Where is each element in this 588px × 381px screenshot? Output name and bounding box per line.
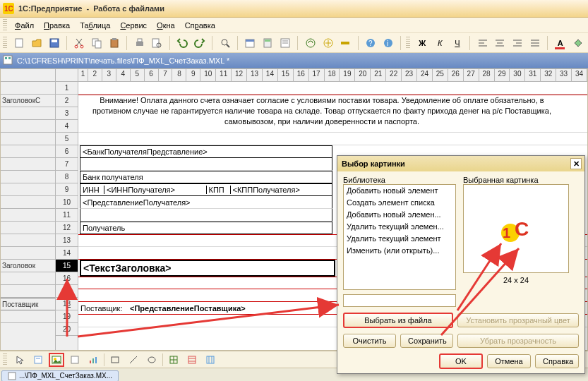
row-5[interactable]: 5: [56, 133, 78, 145]
choose-file-button[interactable]: Выбрать из файла: [343, 313, 453, 328]
row-10[interactable]: 10: [56, 196, 78, 209]
col-21[interactable]: 21: [371, 69, 386, 81]
underline-icon[interactable]: Ч: [450, 35, 465, 51]
menu-file[interactable]: Файл: [11, 20, 38, 31]
row-9[interactable]: 9: [56, 183, 78, 196]
menu-service[interactable]: Сервис: [116, 20, 151, 31]
col-24[interactable]: 24: [417, 69, 433, 81]
ok-button[interactable]: OK: [439, 353, 483, 369]
cancel-button[interactable]: Отмена: [487, 354, 531, 368]
row-1[interactable]: 1: [56, 82, 78, 95]
calendar-icon[interactable]: [243, 35, 258, 51]
col-13[interactable]: 13: [247, 69, 263, 81]
text-tool-icon[interactable]: [30, 353, 46, 367]
remove-transp-button[interactable]: Убрать прозрачность: [457, 334, 579, 348]
row-16[interactable]: 16: [56, 272, 78, 285]
clear-button[interactable]: Очистить: [343, 334, 396, 348]
col-2[interactable]: 2: [88, 69, 102, 81]
calc-icon[interactable]: [260, 35, 275, 51]
set-transparent-button[interactable]: Установить прозрачный цвет: [457, 313, 579, 327]
col-9[interactable]: 9: [186, 69, 200, 81]
col-31[interactable]: 31: [525, 69, 541, 81]
print-icon[interactable]: [132, 35, 147, 51]
object-tool-icon[interactable]: [67, 353, 83, 367]
paste-icon[interactable]: [107, 35, 122, 51]
list-item[interactable]: Добавить новый элемен...: [344, 209, 455, 221]
save-button[interactable]: Сохранить: [400, 334, 453, 348]
col-30[interactable]: 30: [510, 69, 525, 81]
font-color-icon[interactable]: А: [553, 35, 568, 51]
col-32[interactable]: 32: [541, 69, 556, 81]
row-17[interactable]: 17: [56, 285, 78, 298]
col-6[interactable]: 6: [145, 69, 159, 81]
row-20[interactable]: 20: [56, 323, 78, 336]
tasktab[interactable]: ...\ПФ_MXL_СчетЗаказ.MX...: [1, 370, 119, 382]
row-7[interactable]: 7: [56, 158, 78, 171]
col-25[interactable]: 25: [433, 69, 448, 81]
align-right-icon[interactable]: [510, 35, 525, 51]
link-icon[interactable]: [303, 35, 318, 51]
row-14[interactable]: 14: [56, 247, 78, 260]
chart-tool-icon[interactable]: [85, 353, 101, 367]
menu-windows[interactable]: Окна: [152, 20, 179, 31]
col-26[interactable]: 26: [448, 69, 464, 81]
row-18[interactable]: 18: [56, 298, 78, 310]
library-list[interactable]: Добавить новый элементСоздать элемент сп…: [343, 184, 456, 290]
col-10[interactable]: 10: [200, 69, 216, 81]
menu-edit[interactable]: Правка: [40, 20, 74, 31]
undo-icon[interactable]: [175, 35, 190, 51]
list-item[interactable]: Создать элемент списка: [344, 197, 455, 209]
search-input[interactable]: [343, 294, 456, 307]
col-3[interactable]: 3: [102, 69, 116, 81]
bold-icon[interactable]: Ж: [415, 35, 430, 51]
row-12[interactable]: 12: [56, 222, 78, 234]
menu-help[interactable]: Справка: [181, 20, 220, 31]
info-icon[interactable]: i: [381, 35, 396, 51]
image-tool-icon[interactable]: [49, 353, 64, 367]
col-33[interactable]: 33: [556, 69, 572, 81]
list-item[interactable]: Добавить новый элемент: [344, 185, 455, 197]
col-27[interactable]: 27: [464, 69, 479, 81]
ellipse-tool-icon[interactable]: [144, 353, 160, 367]
cursor-icon[interactable]: [12, 353, 28, 367]
row-4[interactable]: 4: [56, 120, 78, 133]
search-icon[interactable]: [217, 35, 232, 51]
redo-icon[interactable]: [193, 35, 208, 51]
col-14[interactable]: 14: [263, 69, 278, 81]
row-3[interactable]: 3: [56, 107, 78, 120]
close-icon[interactable]: ✕: [570, 158, 582, 169]
row-19[interactable]: 19: [56, 310, 78, 323]
rect-tool-icon[interactable]: [107, 353, 123, 367]
align-justify-icon[interactable]: [528, 35, 543, 51]
preview-icon[interactable]: [150, 35, 164, 51]
row-13[interactable]: 13: [56, 234, 78, 247]
bg-color-icon[interactable]: [570, 35, 585, 51]
col-18[interactable]: 18: [325, 69, 340, 81]
line-tool-icon[interactable]: [126, 353, 141, 367]
exec-icon[interactable]: [338, 35, 353, 51]
cut-icon[interactable]: [72, 35, 87, 51]
props-icon[interactable]: [278, 35, 293, 51]
align-center-icon[interactable]: [493, 35, 508, 51]
row-8[interactable]: 8: [56, 171, 78, 183]
grid1-icon[interactable]: [166, 353, 181, 367]
col-7[interactable]: 7: [159, 69, 173, 81]
row-11[interactable]: 11: [56, 209, 78, 222]
col-17[interactable]: 17: [309, 69, 325, 81]
col-8[interactable]: 8: [172, 69, 186, 81]
col-20[interactable]: 20: [355, 69, 371, 81]
col-28[interactable]: 28: [479, 69, 495, 81]
list-item[interactable]: Удалить текущий элемен...: [344, 221, 455, 233]
col-16[interactable]: 16: [294, 69, 309, 81]
col-34[interactable]: 34: [572, 69, 587, 81]
col-15[interactable]: 15: [278, 69, 294, 81]
row-15[interactable]: 15: [56, 260, 78, 272]
copy-icon[interactable]: [90, 35, 104, 51]
list-item[interactable]: Изменить (или открыть)...: [344, 245, 455, 257]
menu-table[interactable]: Таблица: [76, 20, 114, 31]
list-item[interactable]: Удалить текущий элемент: [344, 233, 455, 245]
align-left-icon[interactable]: [475, 35, 490, 51]
open-icon[interactable]: [29, 35, 44, 51]
row-2[interactable]: 2: [56, 95, 78, 107]
row-6[interactable]: 6: [56, 145, 78, 158]
